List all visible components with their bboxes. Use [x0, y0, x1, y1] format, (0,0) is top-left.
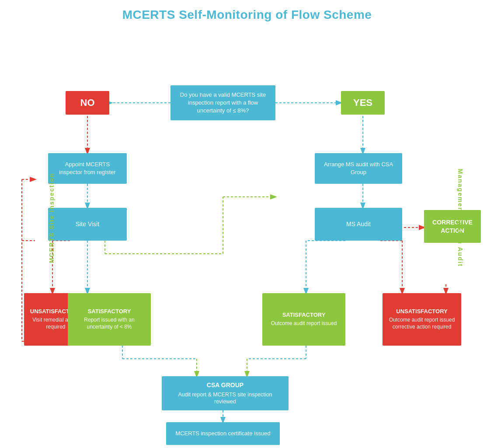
satisfactory-left-box: SATISFACTORY Report issued with an uncer…	[68, 293, 151, 346]
page-title: MCERTS Self-Monitoring of Flow Scheme	[0, 0, 494, 26]
no-box: NO	[66, 91, 109, 115]
ms-audit-box: MS Audit	[315, 208, 402, 241]
main-question-box: Do you have a valid MCERTS site inspecti…	[170, 85, 275, 120]
mcerts-cert-box: MCERTS inspection certificate issued	[166, 422, 280, 445]
satisfactory-right-box: SATISFACTORY Outcome audit report issued	[262, 293, 345, 346]
corrective-action-box: CORRECTIVE ACTION	[424, 210, 481, 243]
csa-group-box: CSA GROUP Audit report & MCERTS site ins…	[162, 376, 289, 410]
side-label-left: MCERTS Site Inspection	[48, 173, 55, 263]
unsatisfactory-right-box: UNSATISFACTORY Outcome audit report issu…	[383, 293, 461, 346]
site-visit-box: Site Visit	[48, 208, 127, 241]
arrange-ms-box: Arrange MS audit with CSA Group	[315, 153, 402, 184]
side-label-right: Management System Audit	[457, 169, 464, 267]
appoint-box: Appoint MCERTS inspector from register	[48, 153, 127, 184]
yes-box: YES	[341, 91, 385, 115]
